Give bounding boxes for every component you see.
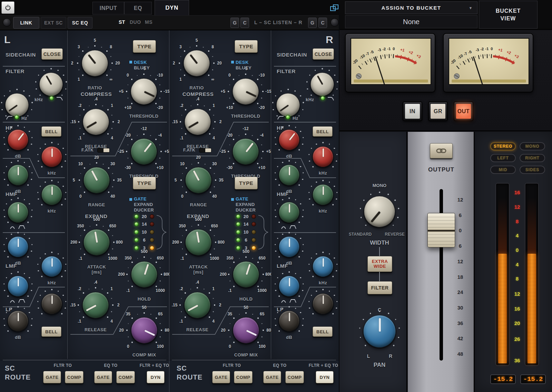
fast-attack-toggle[interactable]	[97, 148, 110, 153]
knob-tick-label: 35	[219, 178, 223, 183]
eq-to-gate-button[interactable]: GATE	[263, 371, 281, 383]
fader-scale-value: 48	[457, 351, 463, 357]
ext-sc-button[interactable]: EXT SC	[41, 17, 66, 29]
mode-duo[interactable]: DUO	[130, 19, 141, 25]
gate-type-button[interactable]: TYPE	[133, 177, 156, 189]
knob-body	[83, 229, 110, 255]
knob-pointer	[245, 143, 254, 152]
sidechain-close-button[interactable]: CLOSE	[313, 48, 334, 60]
tab-dyn[interactable]: DYN	[155, 0, 189, 15]
meter-scale-value: 12	[514, 291, 520, 297]
gate-listen-left-button[interactable]: G	[230, 18, 239, 28]
knob-tick-label: 5	[196, 38, 198, 43]
lf-bell-button[interactable]: BELL	[313, 326, 333, 337]
knob-tick-label: 0	[228, 73, 231, 78]
hf-bell-button[interactable]: BELL	[41, 126, 61, 137]
bucket-value[interactable]: None	[345, 15, 477, 28]
knob-body	[279, 165, 299, 185]
fltr-to-gate-button[interactable]: GATE	[43, 371, 61, 383]
tab-input[interactable]: INPUT	[92, 2, 124, 14]
svg-text:+1: +1	[400, 47, 405, 52]
extra-wide-line2: WIDE	[374, 264, 386, 269]
fltr-to-gate-button[interactable]: GATE	[212, 371, 230, 383]
hf-bell-button[interactable]: BELL	[313, 126, 333, 137]
link-chain-icon	[436, 146, 447, 155]
right-panel: ASSIGN TO BUCKET ▼ None BUCKET VIEW -20-…	[339, 0, 552, 392]
pan-left-label: L	[367, 353, 370, 359]
power-button[interactable]	[1, 1, 14, 14]
bucket-view-line1: BUCKET	[496, 7, 521, 15]
knob-label: RELEASE	[186, 327, 208, 332]
meter-readout-left: -15.2	[490, 374, 516, 384]
sc-eq-button[interactable]: SC EQ	[68, 17, 92, 29]
knob-tick-label: 80	[165, 328, 169, 333]
knob-pointer	[323, 148, 324, 157]
knob-pointer	[371, 211, 381, 223]
knob-label: kHz	[319, 208, 327, 214]
knob-tick-label: 20	[119, 328, 124, 333]
meter-gr-button[interactable]: GR	[428, 101, 448, 121]
gate-type-button[interactable]: TYPE	[235, 177, 258, 189]
fltr-eq-to-dyn-button[interactable]: DYN	[316, 371, 334, 383]
knob-tick-label: 10	[180, 161, 185, 166]
knob-body	[41, 184, 62, 205]
width-pan-panel: MONO STANDARD REVERSE WIDTH EXTRA WIDE F…	[339, 132, 407, 392]
routing-right-button[interactable]: RIGHT	[520, 154, 545, 162]
sidechain-close-button[interactable]: CLOSE	[41, 48, 63, 60]
knob-label: ATTACK	[87, 264, 106, 270]
knob-tick-label: +5	[119, 89, 124, 94]
fader-link-button[interactable]	[430, 143, 453, 158]
assign-label: ASSIGN TO BUCKET	[382, 5, 441, 11]
gate-listen-right-button[interactable]: G	[308, 18, 317, 28]
comp-type-button[interactable]: TYPE	[133, 40, 156, 53]
routing-mono-button[interactable]: MONO	[520, 142, 545, 150]
bucket-view-button[interactable]: BUCKET VIEW	[479, 1, 538, 29]
knob-tick-label: -25	[220, 149, 226, 154]
lf-bell-button[interactable]: BELL	[41, 326, 61, 337]
copy-settings-icon[interactable]	[330, 4, 339, 12]
routing-sides-button[interactable]: SIDES	[520, 166, 545, 174]
meter-in-button[interactable]: IN	[403, 101, 422, 121]
knob-tick-label: .1	[78, 319, 81, 324]
sc-route-left: SC ROUTE FLTR TO GATE COMP EQ TO GATE CO…	[0, 361, 169, 392]
knob-body	[233, 138, 259, 165]
routing-stereo-button[interactable]: STEREO	[490, 142, 516, 150]
extra-wide-button[interactable]: EXTRA WIDE	[367, 256, 392, 272]
mode-ms[interactable]: MS	[145, 19, 152, 25]
knob-pointer	[144, 330, 155, 336]
comp-listen-right-button[interactable]: C	[318, 18, 327, 28]
gate-type-expand: EXPAND	[134, 202, 153, 207]
knob-pointer	[188, 305, 198, 311]
width-filter-button[interactable]: FILTER	[367, 281, 392, 294]
comp-listen-left-button[interactable]: C	[240, 18, 249, 28]
knob-tick-label: .15	[70, 303, 76, 307]
link-button[interactable]: LINK	[13, 17, 39, 29]
knob-tick-label: +5	[266, 149, 271, 154]
knob-pointer	[323, 186, 324, 195]
eq-to-comp-button[interactable]: COMP	[285, 371, 304, 383]
toggle-off-half	[98, 148, 103, 152]
knob-label: HOLD	[239, 296, 253, 302]
knob-tick-label: 20	[217, 61, 221, 66]
mini-knob-right[interactable]	[331, 18, 339, 27]
assign-to-bucket-dropdown[interactable]: ASSIGN TO BUCKET ▼	[345, 1, 477, 14]
knob-tick-label: 8	[110, 45, 112, 49]
fader-cap[interactable]	[427, 213, 455, 247]
meter-out-button[interactable]: OUT	[454, 101, 473, 121]
sub-bar: LINK EXT SC SC EQ ST DUO MS G C L – SC L…	[0, 15, 339, 30]
routing-left-button[interactable]: LEFT	[490, 154, 516, 162]
eq-to-gate-button[interactable]: GATE	[94, 371, 112, 383]
fltr-eq-to-dyn-button[interactable]: DYN	[147, 371, 165, 383]
fast-attack-toggle[interactable]	[199, 148, 211, 153]
routing-mid-button[interactable]: MID	[490, 166, 516, 174]
comp-type-button[interactable]: TYPE	[235, 40, 258, 53]
eq-to-comp-button[interactable]: COMP	[116, 371, 135, 383]
meter-scale-value: 8	[516, 276, 519, 282]
mode-st[interactable]: ST	[119, 19, 125, 25]
fltr-to-comp-button[interactable]: COMP	[234, 371, 253, 383]
fltr-to-comp-button[interactable]: COMP	[65, 371, 83, 383]
mini-knob-left[interactable]	[3, 18, 11, 27]
tab-eq[interactable]: EQ	[124, 2, 152, 14]
knob-pointer	[18, 313, 19, 321]
lf-label: LF	[277, 306, 284, 312]
